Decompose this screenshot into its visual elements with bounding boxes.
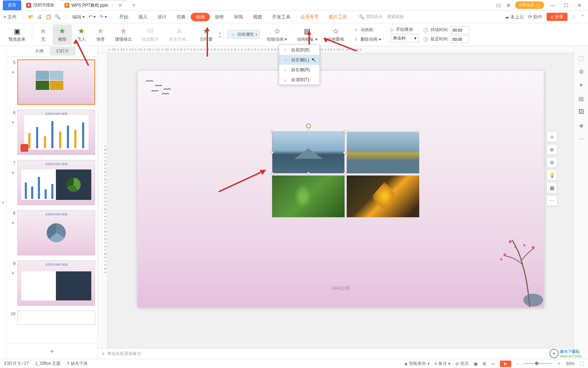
command-search[interactable]: 🔍 查找命令、搜索模板 bbox=[359, 14, 404, 20]
dropdown-item-top[interactable]: ↓ 自顶部(T) bbox=[279, 75, 319, 85]
smart-anim-button[interactable]: ☆ 智能动画 ▾ bbox=[262, 24, 292, 45]
zoom-value[interactable]: 90% bbox=[566, 361, 575, 366]
missing-font-button[interactable]: Ƭ缺失字体 bbox=[67, 361, 88, 367]
add-slide-button[interactable]: ＋ bbox=[6, 343, 97, 359]
share-button[interactable]: ⎋ 分享 bbox=[547, 13, 567, 21]
anim-none-button[interactable]: ★ 无 bbox=[34, 24, 53, 45]
zoom-in-icon[interactable]: ＋ bbox=[557, 361, 561, 367]
sparkle-tool-icon[interactable]: ✦ bbox=[578, 81, 585, 88]
tab-menu-icon[interactable]: ▫ bbox=[112, 3, 113, 7]
fit-icon[interactable]: ⛶ bbox=[580, 361, 584, 366]
slide-canvas[interactable]: ≡ ⊕ ⧉ 💡 ▦ ⋯ XXX公司 bbox=[138, 71, 544, 307]
layers-icon[interactable]: ≡ bbox=[547, 132, 557, 142]
anim-pane-button[interactable]: ☆ 动画窗格 bbox=[322, 24, 349, 45]
anim-dynnum-button[interactable]: 99 动态数字 bbox=[137, 24, 164, 45]
start-mode-select[interactable]: 单击时▾ bbox=[391, 34, 419, 42]
tab-review[interactable]: 审阅 bbox=[229, 11, 248, 23]
picture-1-selected[interactable] bbox=[272, 132, 345, 173]
layout-icon[interactable]: ▯▯ bbox=[495, 2, 502, 8]
magnify-icon[interactable]: ⊕ bbox=[547, 144, 557, 155]
notes-bar[interactable]: ≡ 单击此处添加备注 bbox=[98, 348, 574, 359]
tab-templates[interactable]: ⬇ 找稻壳模板 bbox=[21, 0, 59, 10]
preview-icon[interactable]: 🔍 bbox=[55, 14, 60, 19]
file-menu[interactable]: ≡ 文件 bbox=[4, 14, 17, 20]
replace-icon[interactable]: ▦ bbox=[547, 183, 557, 193]
select-tool-icon[interactable]: ⬚ bbox=[578, 54, 585, 62]
thumbnail-5[interactable] bbox=[17, 59, 95, 105]
apps-icon[interactable]: ⊞ bbox=[505, 2, 512, 8]
undo-button[interactable]: ↶ ▾ bbox=[88, 14, 96, 19]
rotate-handle[interactable] bbox=[306, 123, 311, 128]
tab-animation[interactable]: 动画 bbox=[191, 13, 210, 21]
anim-template-button[interactable]: ▤ 动画模板 ▾ bbox=[292, 24, 322, 45]
thumbnail-9[interactable]: 这里是单例样式标题 bbox=[17, 260, 95, 306]
close-button[interactable]: ✕ bbox=[575, 2, 584, 8]
tab-pictools[interactable]: 图片工具 bbox=[324, 11, 352, 23]
idea-icon[interactable]: 💡 bbox=[547, 170, 557, 180]
print-icon[interactable]: 📋 bbox=[46, 14, 51, 19]
redo-button[interactable]: ↷ ▾ bbox=[99, 14, 107, 19]
tab-member[interactable]: 会员专享 bbox=[295, 11, 324, 23]
tab-start[interactable]: 开始 bbox=[114, 11, 133, 23]
image-tool-icon[interactable]: 🖼 bbox=[578, 108, 585, 115]
nav-collapse[interactable]: « bbox=[0, 46, 6, 359]
anim-brush-button[interactable]: ☆动画刷 bbox=[351, 26, 383, 34]
more-icon[interactable]: ⋮ bbox=[572, 14, 576, 19]
comments-button[interactable]: ⊘ 批注 bbox=[455, 361, 469, 367]
tab-devtools[interactable]: 开发工具 bbox=[267, 11, 295, 23]
template-tool-icon[interactable]: ▤ bbox=[578, 95, 585, 102]
zoom-out-icon[interactable]: − bbox=[516, 361, 519, 366]
settings-tool-icon[interactable]: ⚙ bbox=[578, 68, 585, 75]
thumbnail-10[interactable] bbox=[17, 311, 95, 325]
anim-flipbook-button[interactable]: ★ 百叶窗 bbox=[195, 24, 218, 45]
anim-properties-button[interactable]: ☆ 动画属性 ▾ bbox=[227, 30, 260, 39]
shield-tool-icon[interactable]: ◈ bbox=[578, 122, 585, 129]
dropdown-item-bottom[interactable]: ↑ 自底部(B) bbox=[279, 45, 319, 55]
gallery-scroll[interactable]: ▴▾ bbox=[218, 31, 222, 39]
view-normal-icon[interactable]: ▣ bbox=[474, 361, 478, 366]
minimize-button[interactable]: — bbox=[548, 2, 558, 8]
tab-insert[interactable]: 插入 bbox=[133, 11, 152, 23]
more-tool-icon[interactable]: ⋯ bbox=[578, 135, 585, 142]
tab-close-icon[interactable]: ✕ bbox=[118, 2, 122, 8]
play-button[interactable]: ▶ bbox=[500, 361, 511, 367]
dropdown-item-right[interactable]: ← 自右侧(R) bbox=[279, 65, 319, 75]
picture-3[interactable] bbox=[272, 176, 345, 217]
crop-icon[interactable]: ⧉ bbox=[547, 157, 557, 168]
tab-design[interactable]: 设计 bbox=[152, 11, 172, 23]
tab-new[interactable]: ＋ bbox=[127, 1, 140, 9]
zoom-slider[interactable] bbox=[524, 363, 552, 364]
picture-2[interactable] bbox=[347, 132, 419, 173]
tab-view[interactable]: 视图 bbox=[248, 11, 267, 23]
tab-document[interactable]: P WPS PPT教程.pptx ▫ ✕ bbox=[59, 0, 127, 10]
thumbnail-list[interactable]: 5✦ 6✦ 这里是单例样式标题 7✦ 这里是单例样式标题 bbox=[6, 57, 97, 343]
canvas-area[interactable]: ≡ ⊕ ⧉ 💡 ▦ ⋯ XXX公司 bbox=[108, 53, 574, 348]
anim-delete-button[interactable]: ☆删除动画 ▾ bbox=[351, 35, 383, 44]
save-icon[interactable]: 🖨 bbox=[38, 14, 42, 19]
picture-4[interactable] bbox=[347, 176, 419, 217]
thumbnail-7[interactable]: 这里是单例样式标题 bbox=[17, 160, 95, 205]
view-sorter-icon[interactable]: ⊞ bbox=[483, 361, 486, 366]
duration-input[interactable] bbox=[451, 26, 469, 34]
slides-tab[interactable]: 幻灯片 bbox=[50, 47, 75, 56]
preview-effect-button[interactable]: ▣ 预览效果 bbox=[4, 24, 30, 45]
beautify-button[interactable]: ◈ 智能美化 ▾ bbox=[404, 361, 430, 367]
tab-transition[interactable]: 切换 bbox=[172, 11, 191, 23]
delay-input[interactable] bbox=[451, 35, 469, 43]
more-icon[interactable]: ⋯ bbox=[547, 195, 557, 206]
anim-morefont-button[interactable]: A 更改字体… bbox=[164, 24, 195, 45]
edit-menu[interactable]: 编辑 ▾ bbox=[72, 14, 85, 20]
anim-fade-button[interactable]: ★ 渐变 bbox=[91, 24, 110, 45]
login-button[interactable]: 立即登录 bbox=[515, 1, 544, 9]
view-reading-icon[interactable]: ▭ bbox=[491, 361, 495, 366]
anim-flyin-button[interactable]: ★ 飞入 bbox=[72, 24, 91, 45]
tab-home[interactable]: 首页 bbox=[3, 0, 21, 10]
tab-slideshow[interactable]: 放映 bbox=[210, 11, 229, 23]
collapse-ribbon-icon[interactable]: ⌃ bbox=[581, 14, 584, 19]
maximize-button[interactable]: ☐ bbox=[561, 2, 571, 8]
open-icon[interactable]: 📂 bbox=[28, 14, 34, 19]
anim-slowmove-button[interactable]: ★ 缓慢移出 bbox=[110, 24, 137, 45]
outline-tab[interactable]: 大纲 bbox=[29, 47, 50, 56]
collab-button[interactable]: ⟳ 协作 bbox=[528, 14, 542, 20]
cloud-status[interactable]: ☁ 未上云 bbox=[505, 14, 524, 20]
